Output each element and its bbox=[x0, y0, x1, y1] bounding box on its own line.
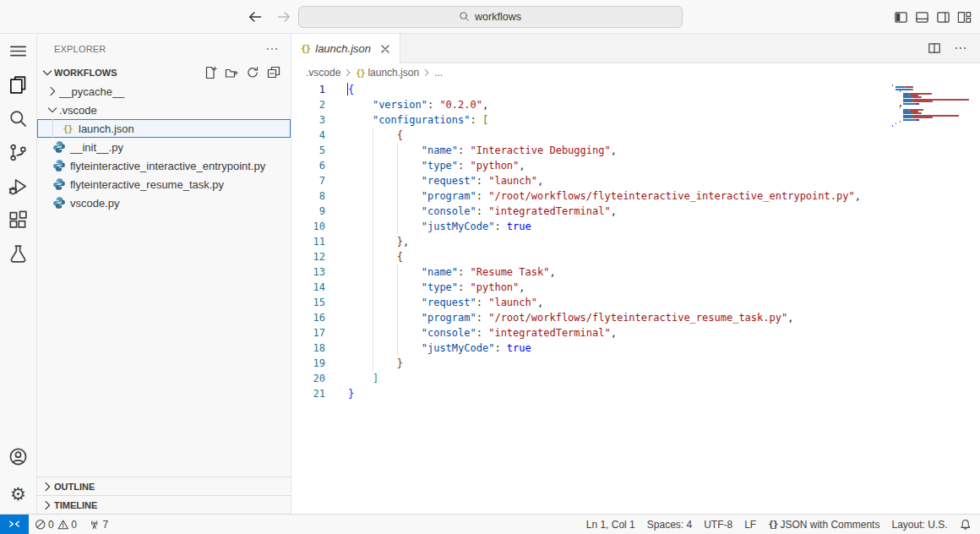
line-number[interactable]: 7 bbox=[291, 173, 325, 188]
extensions-view-button[interactable] bbox=[0, 203, 37, 237]
code-line[interactable]: 11 }, bbox=[291, 234, 980, 249]
line-number[interactable]: 5 bbox=[291, 143, 325, 158]
minimap[interactable] bbox=[892, 84, 970, 127]
json-icon: {} bbox=[61, 122, 74, 135]
accounts-button[interactable] bbox=[0, 443, 37, 470]
code-line[interactable]: 17 "console": "integratedTerminal", bbox=[291, 325, 980, 341]
explorer-view-button[interactable] bbox=[0, 68, 37, 101]
encoding[interactable]: UTF-8 bbox=[698, 515, 738, 534]
line-number[interactable]: 16 bbox=[291, 310, 325, 325]
code-line-content: ] bbox=[325, 371, 980, 386]
indentation[interactable]: Spaces: 4 bbox=[641, 515, 698, 534]
search-view-button[interactable] bbox=[0, 101, 37, 135]
breadcrumb-item[interactable]: {}launch.json bbox=[356, 67, 419, 79]
code-line[interactable]: 21} bbox=[291, 386, 980, 401]
problems-status[interactable]: 00 bbox=[29, 515, 83, 534]
line-number[interactable]: 10 bbox=[291, 219, 325, 234]
code-line[interactable]: 13 "name": "Resume Task", bbox=[291, 264, 980, 280]
timeline-section-header[interactable]: TIMELINE bbox=[37, 495, 291, 514]
line-number[interactable]: 13 bbox=[291, 264, 325, 280]
line-number[interactable]: 18 bbox=[291, 341, 325, 356]
line-number[interactable]: 1 bbox=[291, 82, 325, 97]
language-mode[interactable]: {}JSON with Comments bbox=[762, 515, 885, 534]
tree-item-flyteinteractive_resume_task.py[interactable]: flyteinteractive_resume_task.py bbox=[37, 175, 291, 193]
line-number[interactable]: 20 bbox=[291, 371, 325, 386]
collapse-folders-button[interactable] bbox=[267, 66, 280, 79]
code-line-content: "console": "integratedTerminal", bbox=[325, 325, 980, 341]
forwarded-ports[interactable]: 7 bbox=[83, 515, 114, 534]
line-number[interactable]: 3 bbox=[291, 112, 325, 128]
code-line[interactable]: 10 "justMyCode": true bbox=[291, 219, 980, 234]
code-line[interactable]: 9 "console": "integratedTerminal", bbox=[291, 204, 980, 219]
close-tab-icon[interactable] bbox=[378, 42, 392, 56]
code-line[interactable]: 7 "request": "launch", bbox=[291, 173, 980, 188]
refresh-explorer-button[interactable] bbox=[246, 66, 259, 79]
remote-indicator[interactable] bbox=[0, 515, 29, 534]
settings-button[interactable]: ⚙ bbox=[0, 480, 37, 507]
line-number[interactable]: 15 bbox=[291, 295, 325, 310]
tab-launch-json[interactable]: {} launch.json bbox=[291, 34, 400, 63]
code-line[interactable]: 12 { bbox=[291, 249, 980, 264]
tree-item-.vscode[interactable]: .vscode bbox=[37, 101, 291, 119]
menu-button[interactable] bbox=[0, 34, 37, 68]
code-line[interactable]: 20 ] bbox=[291, 371, 980, 386]
tree-item-flyteinteractive_interactive_entrypoint.py[interactable]: flyteinteractive_interactive_entrypoint.… bbox=[37, 156, 291, 175]
code-line[interactable]: 3 "configurations": [ bbox=[291, 112, 980, 128]
code-line[interactable]: 8 "program": "/root/workflows/flyteinter… bbox=[291, 188, 980, 204]
line-number[interactable]: 8 bbox=[291, 188, 325, 204]
code-line[interactable]: 6 "type": "python", bbox=[291, 158, 980, 173]
editor-more-actions-icon[interactable] bbox=[954, 41, 967, 55]
workflows-section-header[interactable]: WORKFLOWS bbox=[37, 63, 291, 82]
code-line[interactable]: 15 "request": "launch", bbox=[291, 295, 980, 310]
indent-guide bbox=[373, 264, 373, 280]
indent-guide bbox=[373, 356, 373, 371]
new-folder-button[interactable] bbox=[225, 66, 238, 79]
customize-layout-icon[interactable] bbox=[957, 10, 972, 25]
indent-guide bbox=[397, 325, 398, 341]
code-line[interactable]: 2 "version": "0.2.0", bbox=[291, 97, 980, 112]
forward-icon[interactable] bbox=[276, 9, 291, 25]
code-line[interactable]: 5 "name": "Interactive Debugging", bbox=[291, 143, 980, 158]
run-debug-view-button[interactable] bbox=[0, 169, 37, 203]
command-center-search[interactable]: workflows bbox=[298, 6, 683, 28]
notifications-bell[interactable] bbox=[954, 515, 977, 534]
line-number[interactable]: 2 bbox=[291, 97, 325, 112]
line-number[interactable]: 6 bbox=[291, 158, 325, 173]
new-file-button[interactable] bbox=[204, 66, 217, 79]
breadcrumb-item[interactable]: .vscode bbox=[306, 67, 340, 79]
code-line[interactable]: 1{ bbox=[291, 82, 980, 97]
line-number[interactable]: 19 bbox=[291, 356, 325, 371]
code-editor[interactable]: 1{2 "version": "0.2.0",3 "configurations… bbox=[291, 82, 980, 514]
keyboard-layout[interactable]: Layout: U.S. bbox=[885, 515, 953, 534]
indent-guide bbox=[397, 280, 398, 295]
code-line[interactable]: 16 "program": "/root/workflows/flyteinte… bbox=[291, 310, 980, 325]
breadcrumb-item[interactable]: ... bbox=[434, 67, 443, 79]
line-number[interactable]: 9 bbox=[291, 204, 325, 219]
back-icon[interactable] bbox=[248, 9, 263, 25]
tree-item-launch.json[interactable]: {}launch.json bbox=[37, 119, 291, 138]
code-line[interactable]: 4 { bbox=[291, 128, 980, 143]
cursor-position[interactable]: Ln 1, Col 1 bbox=[580, 515, 641, 534]
line-number[interactable]: 4 bbox=[291, 128, 325, 143]
outline-section-header[interactable]: OUTLINE bbox=[37, 477, 291, 495]
code-line[interactable]: 19 } bbox=[291, 356, 980, 371]
line-number[interactable]: 17 bbox=[291, 325, 325, 341]
end-of-line[interactable]: LF bbox=[738, 515, 762, 534]
split-editor-icon[interactable] bbox=[928, 41, 941, 55]
toggle-primary-sidebar-icon[interactable] bbox=[894, 10, 908, 25]
code-line[interactable]: 14 "type": "python", bbox=[291, 280, 980, 295]
line-number[interactable]: 21 bbox=[291, 386, 325, 401]
indent-guide bbox=[397, 204, 398, 219]
testing-view-button[interactable] bbox=[0, 237, 37, 270]
code-line[interactable]: 18 "justMyCode": true bbox=[291, 341, 980, 356]
toggle-secondary-sidebar-icon[interactable] bbox=[936, 10, 950, 25]
tree-item-vscode.py[interactable]: vscode.py bbox=[37, 193, 291, 212]
tree-item-__init__.py[interactable]: __init__.py bbox=[37, 138, 291, 156]
line-number[interactable]: 14 bbox=[291, 280, 325, 295]
source-control-view-button[interactable] bbox=[0, 135, 37, 169]
tree-item-__pycache__[interactable]: __pycache__ bbox=[37, 82, 291, 101]
line-number[interactable]: 12 bbox=[291, 249, 325, 264]
line-number[interactable]: 11 bbox=[291, 234, 325, 249]
toggle-panel-icon[interactable] bbox=[915, 10, 929, 25]
views-more-actions-icon[interactable] bbox=[265, 42, 279, 56]
